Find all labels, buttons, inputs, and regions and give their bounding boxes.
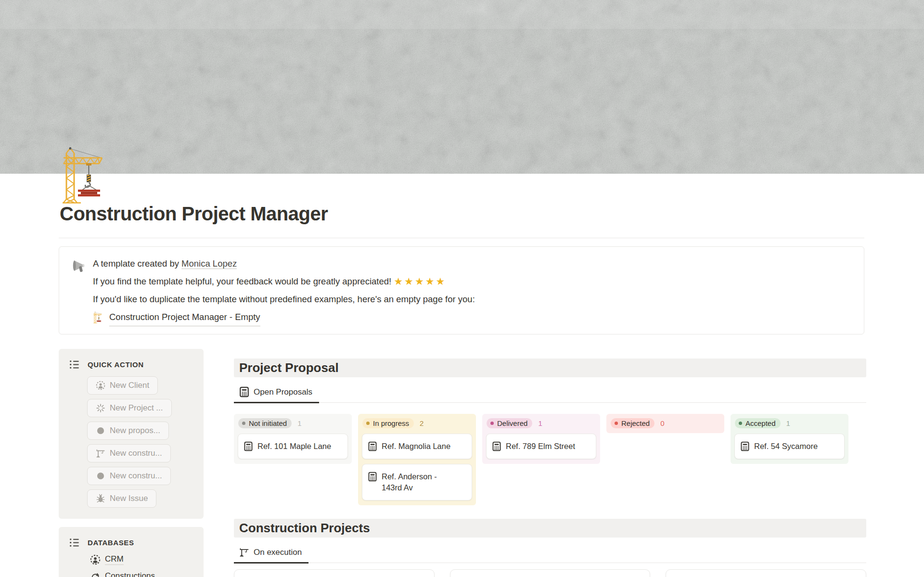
calculator-icon <box>368 472 377 482</box>
project-proposal-heading-band: Project Proposal <box>234 359 866 377</box>
bug-icon <box>96 494 105 503</box>
new-issue-button[interactable]: New Issue <box>87 489 156 508</box>
calculator-icon <box>492 441 501 451</box>
group-count: 1 <box>786 419 790 427</box>
callout-line-duplicate: If you'd like to duplicate the template … <box>93 290 475 308</box>
calculator-icon <box>239 386 249 397</box>
project-card[interactable] <box>450 569 651 577</box>
card-title: Ref. 789 Elm Street <box>506 441 575 452</box>
projects-view-tabs: On execution <box>234 545 866 563</box>
proposals-board: Not initiated 1 Ref. 101 Maple Lane In p… <box>234 414 866 505</box>
crane-icon <box>239 547 249 558</box>
stucco-texture <box>0 0 924 174</box>
callout-line-feedback: If you find the template helpful, your f… <box>93 272 475 290</box>
databases-title: DATABASES <box>88 539 134 547</box>
empty-page-row: Construction Project Manager - Empty <box>93 308 475 326</box>
status-dot <box>739 422 742 425</box>
new-proposal-button[interactable]: New propos... <box>87 422 169 440</box>
megaphone-icon <box>71 255 86 334</box>
burst-icon <box>96 403 105 413</box>
author-link[interactable]: Monica Lopez <box>181 258 237 269</box>
projects-gallery <box>234 569 866 577</box>
databases-header: DATABASES <box>68 537 198 549</box>
crane-emoji-icon <box>93 311 105 323</box>
group-header: Delivered 1 <box>487 418 596 428</box>
board-column-rejected: Rejected 0 <box>606 414 724 433</box>
group-header: In progress 2 <box>362 418 472 428</box>
list-icon <box>68 537 80 549</box>
template-callout: A template created by Monica Lopez If yo… <box>59 246 864 334</box>
author-prefix: A template created by <box>93 258 181 269</box>
new-construction-button-2[interactable]: New constru... <box>87 467 171 485</box>
tab-label: On execution <box>254 548 302 557</box>
project-card[interactable] <box>666 569 866 577</box>
board-column-in-progress: In progress 2 Ref. Magnolia Lane Ref. An… <box>358 414 476 505</box>
button-label: New Client <box>110 381 149 390</box>
group-count: 2 <box>420 419 424 427</box>
proposal-card[interactable]: Ref. 101 Maple Lane <box>238 434 348 459</box>
proposal-card[interactable]: Ref. Anderson - 143rd Av <box>362 464 472 500</box>
board-column-accepted: Accepted 1 Ref. 54 Sycamore <box>731 414 848 464</box>
status-dot <box>242 422 245 425</box>
page-icon-crane[interactable] <box>60 145 118 204</box>
quick-action-panel: QUICK ACTION New Client New Project ... … <box>59 349 204 519</box>
card-title: Ref. Anderson - 143rd Av <box>382 471 449 493</box>
proposal-card[interactable]: Ref. Magnolia Lane <box>362 434 472 459</box>
calculator-icon <box>244 441 253 451</box>
status-label: Not initiated <box>249 419 287 427</box>
proposals-view-tabs: Open Proposals <box>234 385 866 403</box>
status-label: Delivered <box>497 419 527 427</box>
status-badge: Not initiated <box>238 418 292 428</box>
databases-panel: DATABASES CRM Constructions <box>59 527 204 577</box>
circle-icon <box>96 426 105 436</box>
construction-projects-heading-band: Construction Projects <box>234 519 866 538</box>
board-column-not-initiated: Not initiated 1 Ref. 101 Maple Lane <box>234 414 352 464</box>
button-label: New Project ... <box>110 403 163 413</box>
crane-icon <box>60 145 118 204</box>
status-dot <box>366 422 370 425</box>
button-label: New propos... <box>110 426 160 436</box>
group-header: Rejected 0 <box>611 418 720 428</box>
database-label: CRM <box>105 554 124 565</box>
new-project-button[interactable]: New Project ... <box>87 399 172 417</box>
section-heading: Project Proposal <box>234 359 866 377</box>
divider <box>59 238 864 238</box>
database-link-crm[interactable]: CRM <box>90 554 198 565</box>
loop-arrow-icon <box>90 571 101 577</box>
status-dot <box>490 422 494 425</box>
empty-page-link[interactable]: Construction Project Manager - Empty <box>109 308 260 326</box>
new-construction-button[interactable]: New constru... <box>87 444 171 462</box>
tab-open-proposals[interactable]: Open Proposals <box>234 386 319 403</box>
section-heading: Construction Projects <box>234 519 866 538</box>
status-label: In progress <box>373 419 409 427</box>
button-label: New Issue <box>110 494 148 503</box>
status-badge: Delivered <box>487 418 532 428</box>
database-link-constructions[interactable]: Constructions <box>90 571 198 577</box>
tab-on-execution[interactable]: On execution <box>234 547 308 564</box>
quick-action-header: QUICK ACTION <box>68 359 198 371</box>
card-title: Ref. 54 Sycamore <box>754 441 818 452</box>
status-dot <box>615 422 618 425</box>
group-header: Not initiated 1 <box>238 418 348 428</box>
proposal-card[interactable]: Ref. 54 Sycamore <box>734 434 845 459</box>
person-dashed-icon <box>90 554 101 565</box>
proposal-card[interactable]: Ref. 789 Elm Street <box>486 434 596 459</box>
status-badge: Rejected <box>611 418 654 428</box>
card-title: Ref. Magnolia Lane <box>382 441 450 452</box>
status-label: Accepted <box>745 419 776 427</box>
status-label: Rejected <box>621 419 650 427</box>
group-header: Accepted 1 <box>735 418 845 428</box>
callout-line-author: A template created by Monica Lopez <box>93 255 475 272</box>
notion-page: Construction Project Manager A template … <box>0 0 924 577</box>
new-client-button[interactable]: New Client <box>87 376 158 395</box>
button-label: New constru... <box>110 471 162 481</box>
card-title: Ref. 101 Maple Lane <box>257 441 331 452</box>
calculator-icon <box>741 441 749 451</box>
tab-label: Open Proposals <box>254 387 312 397</box>
feedback-text: If you find the template helpful, your f… <box>93 276 394 286</box>
project-card[interactable] <box>234 569 435 577</box>
circle-icon <box>96 471 105 481</box>
button-label: New constru... <box>110 449 162 458</box>
group-count: 0 <box>660 419 664 427</box>
crane-icon <box>96 449 105 458</box>
